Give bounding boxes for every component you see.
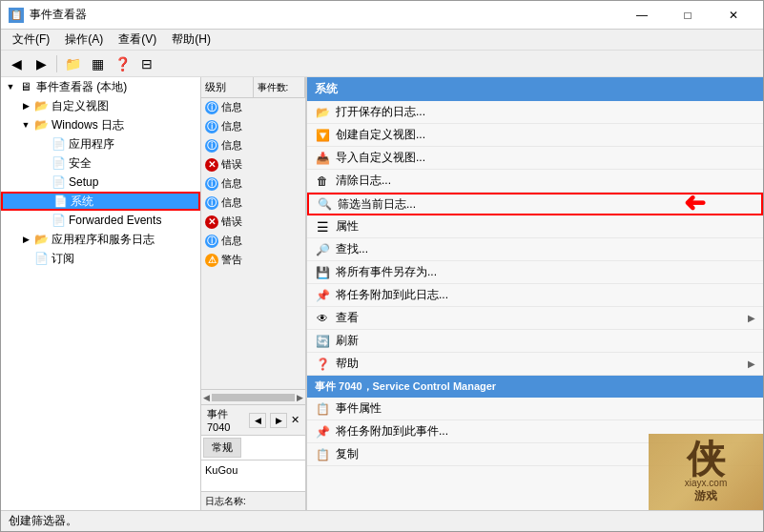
import-icon: 📥 — [315, 151, 330, 166]
forward-button[interactable]: ▶ — [30, 53, 52, 74]
action-label-view: 查看 — [336, 310, 359, 326]
folder-icon: 📂 — [315, 105, 330, 120]
tree-item-system[interactable]: ▶ 📄 系统 — [1, 192, 200, 211]
clear-icon: 🗑 — [315, 174, 330, 189]
watermark-char: 侠 — [687, 440, 725, 478]
tree-item-setup[interactable]: ▶ 📄 Setup — [1, 173, 200, 192]
action-label-copy: 复制 — [336, 446, 359, 462]
action-label-save-all: 将所有事件另存为... — [336, 264, 437, 280]
event-row[interactable]: ✕ 错误 — [201, 213, 305, 232]
event-level-cell: ⓘ 信息 — [201, 137, 305, 153]
view-arrow-icon: ▶ — [748, 313, 755, 323]
action-refresh[interactable]: 🔄 刷新 — [307, 330, 763, 353]
close-button[interactable]: ✕ — [712, 1, 755, 30]
action-create-custom-view[interactable]: 🔽 创建自定义视图... — [307, 124, 763, 147]
action-label-clear: 清除日志... — [336, 173, 391, 189]
h-scrollbar[interactable]: ◀ ▶ — [201, 389, 305, 404]
status-bar: 创建筛选器。 — [1, 510, 763, 531]
event-level-cell: ✕ 错误 — [201, 214, 305, 230]
action-view[interactable]: 👁 查看 ▶ — [307, 307, 763, 330]
action-import-custom-view[interactable]: 📥 导入自定义视图... — [307, 147, 763, 170]
event-row[interactable]: ✕ 错误 — [201, 155, 305, 174]
back-button[interactable]: ◀ — [5, 53, 28, 74]
action-help[interactable]: ❓ 帮助 ▶ — [307, 353, 763, 376]
tree-item-viewer-local[interactable]: ▼ 🖥 事件查看器 (本地) — [1, 77, 200, 96]
actions-section-system: 系统 — [307, 77, 763, 101]
filter-icon: 🔍 — [317, 196, 332, 212]
action-attach-task[interactable]: 📌 将任务附加到此日志... — [307, 284, 763, 307]
event-row[interactable]: ⓘ 信息 — [201, 136, 305, 155]
up-button[interactable]: 📁 — [61, 53, 84, 74]
icon-security: 📄 — [51, 155, 66, 171]
tree-item-app[interactable]: ▶ 📄 应用程序 — [1, 134, 200, 153]
event-row[interactable]: ⓘ 信息 — [201, 194, 305, 213]
detail-nav-right[interactable]: ▶ — [270, 413, 287, 428]
event-row[interactable]: ⓘ 信息 — [201, 174, 305, 194]
detail-tabs: 常规 — [201, 436, 305, 460]
watermark-site: xiayx.com — [685, 478, 727, 488]
info-icon: ⓘ — [205, 139, 218, 153]
event-list-rows: ⓘ 信息 ⓘ 信息 ⓘ — [201, 98, 305, 389]
task2-icon: 📌 — [315, 424, 330, 440]
detail-nav-left[interactable]: ◀ — [249, 413, 266, 428]
maximize-button[interactable]: □ — [666, 1, 710, 30]
info-icon: ⓘ — [205, 196, 218, 210]
event-level-label: 信息 — [221, 138, 242, 153]
actions-section-event7040: 事件 7040，Service Control Manager — [307, 376, 763, 398]
action-label-refresh: 刷新 — [336, 333, 359, 349]
refresh-icon: 🔄 — [315, 334, 330, 349]
menu-view[interactable]: 查看(V) — [111, 30, 164, 50]
menu-file[interactable]: 文件(F) — [5, 30, 57, 50]
icon-system: 📄 — [52, 194, 68, 209]
window-title: 事件查看器 — [30, 7, 620, 23]
tab-normal[interactable]: 常规 — [203, 438, 241, 458]
minimize-button[interactable]: — — [620, 1, 664, 30]
menu-action[interactable]: 操作(A) — [57, 30, 111, 50]
event-row[interactable]: ⓘ 信息 — [201, 98, 305, 117]
icon-custom-views: 📂 — [33, 98, 49, 113]
info-icon: ⓘ — [205, 101, 218, 114]
toolbar: ◀ ▶ 📁 ▦ ❓ ⊟ — [1, 51, 763, 77]
label-subscriptions: 订阅 — [52, 251, 74, 267]
action-event-props[interactable]: 📋 事件属性 — [307, 398, 763, 420]
event-level-label: 信息 — [221, 100, 242, 114]
tree-item-forwarded[interactable]: ▶ 📄 Forwarded Events — [1, 211, 200, 230]
arrow-viewer-local: ▼ — [3, 79, 18, 94]
action-open-saved-log[interactable]: 📂 打开保存的日志... — [307, 101, 763, 124]
event-row[interactable]: ⓘ 信息 — [201, 232, 305, 251]
event-level-label: 信息 — [221, 176, 242, 191]
action-find[interactable]: 🔎 查找... — [307, 238, 763, 261]
action-properties[interactable]: ☰ 属性 — [307, 215, 763, 238]
action-label-find: 查找... — [336, 241, 368, 257]
event-detail-header: 事件 7040 ◀ ▶ ✕ — [201, 405, 305, 436]
question-button[interactable]: ❓ — [111, 53, 134, 74]
action-filter-current[interactable]: 🔍 筛选当前日志... — [307, 193, 763, 215]
detail-kugou: KuGou — [205, 464, 301, 476]
action-clear-log[interactable]: 🗑 清除日志... — [307, 170, 763, 193]
event-level-cell: ⚠ 警告 — [201, 252, 305, 268]
tree-item-windows-logs[interactable]: ▼ 📂 Windows 日志 — [1, 115, 200, 134]
tree-item-subscriptions[interactable]: ▶ 📄 订阅 — [1, 249, 200, 268]
event-row[interactable]: ⓘ 信息 — [201, 117, 305, 136]
layout-button[interactable]: ⊟ — [135, 53, 158, 74]
event-level-label: 警告 — [221, 253, 242, 267]
grid-button[interactable]: ▦ — [86, 53, 109, 74]
error-icon: ✕ — [205, 158, 218, 172]
tree-item-security[interactable]: ▶ 📄 安全 — [1, 153, 200, 173]
event-level-cell: ⓘ 信息 — [201, 99, 305, 115]
action-save-all[interactable]: 💾 将所有事件另存为... — [307, 261, 763, 284]
label-windows-logs: Windows 日志 — [52, 117, 124, 133]
tree-item-app-services[interactable]: ▶ 📂 应用程序和服务日志 — [1, 230, 200, 249]
tree-item-custom-views[interactable]: ▶ 📂 自定义视图 — [1, 96, 200, 115]
event-level-cell: ⓘ 信息 — [201, 194, 305, 211]
event-level-label: 信息 — [221, 234, 242, 248]
detail-footer: 日志名称: — [201, 491, 305, 510]
props-icon: ☰ — [315, 219, 330, 235]
event-level-cell: ⓘ 信息 — [201, 233, 305, 249]
event-row[interactable]: ⚠ 警告 — [201, 251, 305, 270]
menu-help[interactable]: 帮助(H) — [164, 30, 218, 50]
title-bar: 📋 事件查看器 — □ ✕ — [1, 1, 763, 30]
icon-app: 📄 — [51, 136, 66, 152]
label-forwarded: Forwarded Events — [69, 214, 161, 227]
detail-close-button[interactable]: ✕ — [291, 414, 299, 426]
